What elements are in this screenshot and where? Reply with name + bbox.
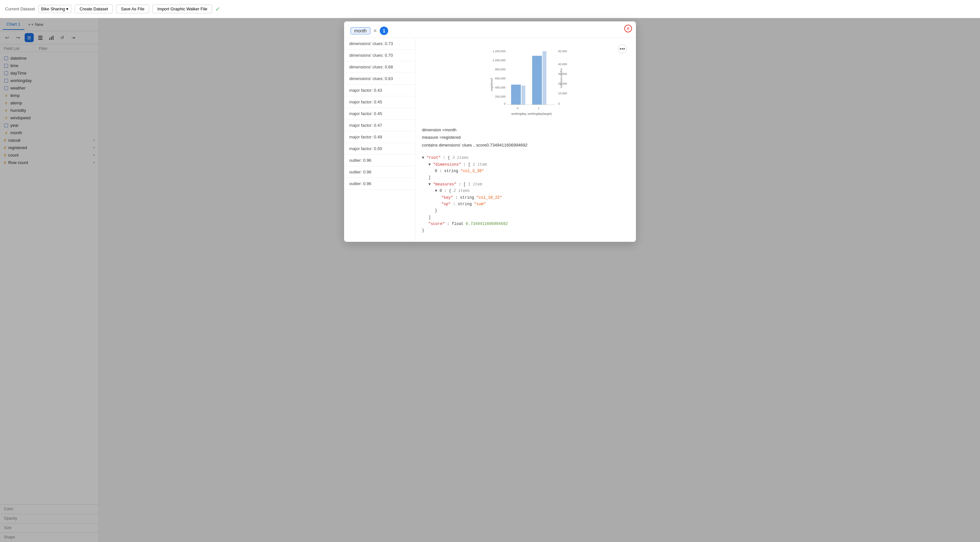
create-dataset-button[interactable]: Create Dataset (75, 5, 113, 13)
modal-overlay: ✕ month = 1 dimensions' clues: 0.73dimen… (0, 18, 980, 542)
suggestion-item-2[interactable]: dimensions' clues: 0.68 (344, 61, 415, 73)
equals-sign: = (374, 28, 377, 34)
dimension-info: dimension =month (422, 126, 630, 134)
svg-text:10,000: 10,000 (558, 92, 567, 95)
chart-json-area: ••• 1,200,000 1,000,000 800,000 600,000 … (415, 38, 636, 242)
svg-text:registered(target): registered(target) (560, 68, 563, 88)
suggestion-item-12[interactable]: outlier: 0.96 (344, 178, 415, 190)
current-dataset-label: Current Dataset (5, 6, 35, 11)
svg-text:1,000,000: 1,000,000 (493, 59, 506, 62)
save-as-file-button[interactable]: Save As File (116, 5, 149, 13)
measure0-toggle[interactable]: ▼ (435, 189, 437, 193)
suggestions-list: dimensions' clues: 0.73dimensions' clues… (344, 38, 415, 242)
month-badge: month (350, 27, 370, 34)
import-button[interactable]: Import Graphic Walker File (153, 5, 212, 13)
modal: ✕ month = 1 dimensions' clues: 0.73dimen… (344, 21, 636, 242)
svg-text:800,000: 800,000 (495, 68, 506, 71)
svg-text:1: 1 (538, 106, 539, 110)
suggestion-item-6[interactable]: major factor: 0.45 (344, 108, 415, 119)
modal-body: dimensions' clues: 0.73dimensions' clues… (344, 38, 636, 242)
chevron-down-icon: ▾ (66, 6, 68, 11)
suggestion-item-3[interactable]: dimensions' clues: 0.63 (344, 73, 415, 84)
chart-options-button[interactable]: ••• (618, 45, 627, 54)
dimensions-toggle[interactable]: ▼ (428, 162, 431, 167)
svg-text:50,000: 50,000 (558, 49, 567, 53)
svg-text:600,000: 600,000 (495, 77, 506, 80)
measure-info: measure =registered (422, 134, 630, 141)
json-viewer: ▼ "root" : { 3 items ▼ "dimensions" : [ … (422, 152, 630, 237)
suggestion-item-9[interactable]: major factor: 0.50 (344, 143, 415, 155)
num-badge: 1 (380, 27, 388, 35)
contains-info: contains dimensions' clues，score0.734941… (422, 141, 630, 149)
suggestion-item-5[interactable]: major factor: 0.45 (344, 96, 415, 108)
mini-chart-container: ••• 1,200,000 1,000,000 800,000 600,000 … (422, 43, 630, 123)
svg-text:registered: registered (490, 78, 493, 91)
topbar: Current Dataset Bike Sharing ▾ Create Da… (0, 0, 980, 18)
suggestion-item-7[interactable]: major factor: 0.47 (344, 119, 415, 131)
suggestion-item-1[interactable]: dimensions' clues: 0.70 (344, 49, 415, 61)
svg-rect-21 (511, 84, 521, 105)
close-button[interactable]: ✕ (624, 25, 632, 32)
info-text: dimension =month measure =registered con… (422, 126, 630, 149)
svg-rect-22 (522, 86, 525, 105)
suggestion-item-10[interactable]: outlier: 0.96 (344, 155, 415, 166)
suggestion-item-8[interactable]: major factor: 0.49 (344, 131, 415, 143)
svg-text:workingday, workingday(target): workingday, workingday(target) (511, 112, 552, 115)
svg-rect-23 (532, 56, 542, 105)
svg-text:0: 0 (504, 102, 506, 105)
suggestion-item-0[interactable]: dimensions' clues: 0.73 (344, 38, 415, 49)
root-toggle[interactable]: ▼ (422, 156, 424, 160)
suggestion-item-11[interactable]: outlier: 0.96 (344, 166, 415, 178)
svg-text:200,000: 200,000 (495, 95, 506, 98)
svg-rect-24 (542, 51, 546, 105)
suggestion-item-4[interactable]: major factor: 0.43 (344, 84, 415, 96)
dataset-name: Bike Sharing (41, 6, 65, 11)
success-icon: ✓ (215, 5, 220, 13)
svg-text:1,200,000: 1,200,000 (493, 49, 506, 53)
bar-chart: 1,200,000 1,000,000 800,000 600,000 400,… (490, 46, 562, 120)
svg-text:0: 0 (517, 106, 518, 110)
svg-text:40,000: 40,000 (558, 62, 567, 66)
svg-text:400,000: 400,000 (495, 86, 506, 89)
dataset-select[interactable]: Bike Sharing ▾ (38, 5, 72, 13)
svg-text:0: 0 (558, 102, 560, 105)
measures-toggle[interactable]: ▼ (428, 182, 431, 187)
modal-header: month = 1 (344, 21, 636, 38)
